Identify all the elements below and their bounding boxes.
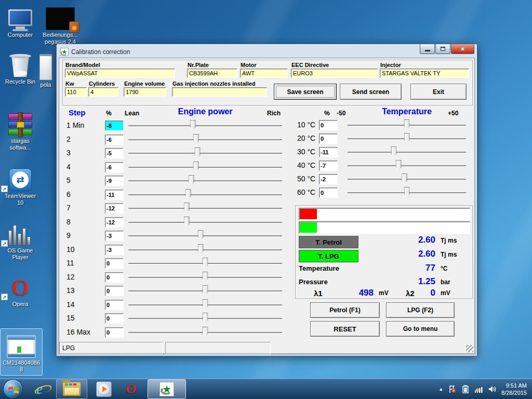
battery-icon[interactable] (461, 384, 470, 394)
desktop-icon-computer[interactable]: Computer (0, 4, 43, 38)
step-correction-input[interactable] (105, 245, 124, 255)
slider-thumb[interactable] (195, 148, 201, 158)
slider-thumb[interactable] (404, 187, 410, 198)
temp-correction-input[interactable] (319, 188, 338, 198)
temp-correction-input[interactable] (319, 174, 338, 184)
go-to-menu-button[interactable]: Go to menu (386, 321, 455, 337)
step-slider[interactable] (128, 327, 282, 338)
step-correction-input[interactable] (105, 272, 124, 283)
petrol-f1-button[interactable]: Petrol (F1) (310, 302, 380, 318)
injector-field[interactable] (380, 69, 469, 78)
slider-thumb[interactable] (198, 244, 204, 255)
step-correction-input[interactable] (105, 300, 124, 310)
step-correction-input[interactable] (105, 286, 124, 296)
step-correction-input[interactable] (105, 121, 124, 131)
slider-thumb[interactable] (203, 327, 208, 338)
step-correction-input[interactable] (105, 176, 124, 186)
step-slider[interactable] (128, 162, 282, 173)
slider-thumb[interactable] (184, 217, 190, 228)
cylinders-field[interactable] (88, 87, 118, 97)
step-correction-input[interactable] (105, 217, 124, 228)
step-slider[interactable] (128, 203, 282, 214)
temp-slider[interactable] (348, 119, 466, 131)
slider-thumb[interactable] (402, 174, 407, 184)
desktop-icon-opera[interactable]: O↗ Opera (0, 273, 43, 308)
step-correction-input[interactable] (105, 135, 124, 145)
resize-grip[interactable] (466, 345, 473, 352)
reset-button[interactable]: RESET (310, 321, 380, 337)
exit-button[interactable]: Exit (410, 84, 467, 100)
network-no-internet-icon[interactable] (474, 384, 484, 394)
brand-model-field[interactable] (65, 69, 175, 78)
slider-thumb[interactable] (203, 258, 208, 269)
nr-plate-field[interactable] (187, 69, 237, 78)
slider-thumb[interactable] (189, 175, 194, 186)
step-correction-input[interactable] (105, 148, 124, 158)
step-slider[interactable] (128, 120, 282, 131)
taskbar-opera[interactable]: O (121, 379, 141, 399)
lpg-f2-button[interactable]: LPG (F2) (386, 302, 455, 318)
temp-correction-input[interactable] (319, 147, 338, 157)
send-screen-button[interactable]: Send screen (340, 84, 402, 100)
eec-directive-field[interactable] (291, 69, 378, 78)
engine-volume-field[interactable] (124, 87, 166, 97)
step-slider[interactable] (128, 258, 282, 269)
temp-slider[interactable] (348, 174, 466, 185)
taskbar-windows-explorer[interactable] (56, 379, 87, 399)
temp-correction-input[interactable] (319, 161, 338, 171)
step-slider[interactable] (128, 299, 282, 311)
slider-thumb[interactable] (203, 299, 208, 310)
desktop-icon-teamviewer[interactable]: ⇄↗ TeamViewer10 (0, 165, 43, 206)
title-bar[interactable]: ★ Calibration correction (59, 46, 475, 58)
step-slider[interactable] (128, 217, 282, 228)
slider-thumb[interactable] (198, 230, 204, 241)
step-correction-input[interactable] (105, 190, 124, 200)
temp-slider[interactable] (348, 160, 466, 171)
step-slider[interactable] (128, 272, 282, 283)
kw-field[interactable] (65, 87, 87, 97)
taskbar-internet-explorer[interactable]: e (29, 379, 50, 399)
temp-correction-input[interactable] (319, 120, 338, 130)
step-slider[interactable] (128, 175, 282, 187)
step-correction-input[interactable] (105, 258, 124, 269)
taskbar-clock[interactable]: 9:51 AM 8/28/2015 (501, 382, 527, 396)
step-slider[interactable] (128, 285, 282, 297)
step-correction-input[interactable] (105, 231, 124, 241)
temp-slider[interactable] (348, 133, 466, 144)
volume-icon[interactable] (488, 384, 497, 394)
step-correction-input[interactable] (105, 327, 124, 338)
temp-slider[interactable] (348, 147, 466, 158)
slider-thumb[interactable] (185, 189, 191, 200)
maximize-button[interactable] (435, 44, 450, 54)
step-correction-input[interactable] (105, 203, 124, 214)
slider-thumb[interactable] (396, 160, 402, 171)
taskbar-stargas-app[interactable]: ★ (148, 379, 186, 399)
slider-thumb[interactable] (190, 120, 196, 131)
action-center-flag-icon[interactable] (447, 384, 457, 394)
save-screen-button[interactable]: Save screen (274, 84, 337, 100)
step-slider[interactable] (128, 313, 282, 324)
desktop-icon-os-game-player[interactable]: ↗ OS GamePlayer (0, 220, 43, 261)
temp-correction-input[interactable] (319, 134, 338, 144)
start-button[interactable] (3, 379, 23, 399)
slider-thumb[interactable] (203, 285, 208, 296)
taskbar-media-player[interactable] (94, 379, 114, 399)
step-correction-input[interactable] (105, 162, 124, 172)
slider-thumb[interactable] (203, 272, 208, 283)
step-correction-input[interactable] (105, 313, 124, 324)
minimize-button[interactable] (420, 44, 435, 54)
slider-thumb[interactable] (404, 119, 410, 130)
desktop-icon-cm-screenshot[interactable]: CM2148040868 (0, 328, 43, 376)
close-button[interactable]: ✕ (451, 44, 474, 54)
slider-thumb[interactable] (193, 134, 199, 145)
step-slider[interactable] (128, 230, 282, 242)
slider-thumb[interactable] (203, 313, 208, 324)
nozzles-field[interactable] (172, 87, 267, 97)
desktop-icon-bedienungs[interactable]: Bedienungs...pegasus 2.4 (38, 4, 83, 45)
slider-thumb[interactable] (193, 162, 199, 172)
motor-field[interactable] (240, 69, 288, 78)
step-slider[interactable] (128, 189, 282, 201)
slider-thumb[interactable] (184, 203, 190, 214)
show-hidden-icons-button[interactable]: ▲ (438, 387, 443, 392)
t-petrol-chip[interactable]: T. Petrol (299, 236, 358, 248)
